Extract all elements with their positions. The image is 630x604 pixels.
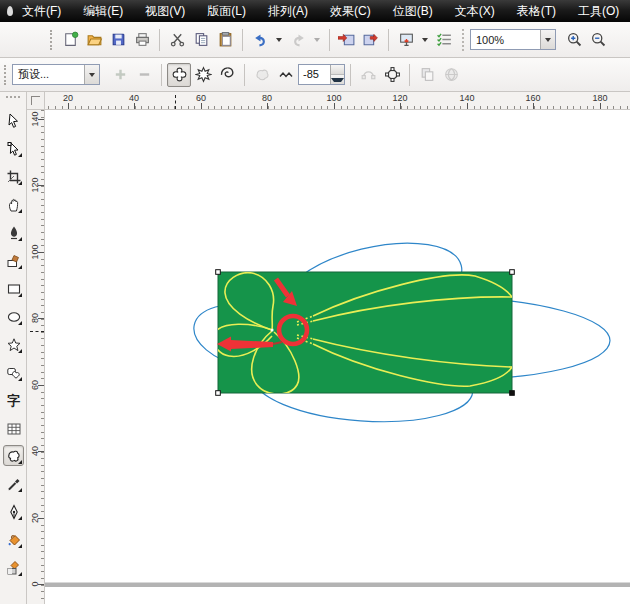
tool-ellipse[interactable] [3, 306, 24, 327]
toolbar-grip[interactable] [50, 30, 54, 50]
options-checklist-button[interactable] [432, 28, 456, 52]
menu-table[interactable]: 表格(T) [506, 0, 567, 23]
hruler-label: 180 [588, 93, 612, 103]
rectangle-shape[interactable] [218, 272, 512, 393]
tool-interactive-distortion[interactable] [3, 445, 24, 466]
import-button[interactable] [335, 28, 359, 52]
center-distortion-button[interactable] [380, 63, 404, 87]
zoom-in-button[interactable] [562, 28, 586, 52]
redo-dropdown[interactable] [310, 28, 324, 52]
new-document-button[interactable] [58, 28, 82, 52]
tool-interactive-fill[interactable] [3, 557, 24, 578]
canvas-artwork [45, 110, 630, 604]
spin-down-button[interactable] [331, 75, 344, 84]
tool-pan[interactable] [3, 194, 24, 215]
cut-button[interactable] [165, 28, 189, 52]
menu-bitmaps[interactable]: 位图(B) [382, 0, 444, 23]
hruler-tick [201, 103, 202, 109]
save-floppy-icon [110, 31, 127, 48]
tool-outline-pen[interactable] [3, 501, 24, 522]
hruler-tick [400, 103, 401, 109]
horizontal-ruler[interactable]: 20 40 60 80 100 120 140 160 180 [45, 92, 630, 110]
zoom-out-button[interactable] [586, 28, 610, 52]
copy-distortion-properties-button[interactable] [415, 63, 439, 87]
selection-handle-top-left[interactable] [216, 270, 221, 275]
zoom-level-value: 100% [471, 34, 540, 46]
tool-shape[interactable] [3, 138, 24, 159]
toolbar-separator [329, 29, 330, 51]
vruler-tick [38, 451, 44, 452]
open-button[interactable] [82, 28, 106, 52]
drawing-canvas[interactable] [45, 110, 630, 604]
menu-layout[interactable]: 版面(L) [196, 0, 257, 23]
redo-button[interactable] [286, 28, 310, 52]
hruler-tick [467, 103, 468, 109]
add-new-distortion-button[interactable] [250, 63, 274, 87]
delete-preset-button[interactable] [132, 63, 156, 87]
zipper-distortion-button[interactable] [191, 63, 215, 87]
preset-combo[interactable]: 预设... [12, 64, 100, 85]
tool-crop[interactable] [3, 166, 24, 187]
tool-rectangle[interactable] [3, 278, 24, 299]
launcher-dropdown[interactable] [418, 28, 432, 52]
print-button[interactable] [130, 28, 154, 52]
hruler-label: 140 [455, 93, 479, 103]
push-pull-distortion-button[interactable] [167, 63, 191, 87]
tool-freehand[interactable] [3, 222, 24, 243]
selection-handle-top-right[interactable] [510, 270, 515, 275]
menu-view[interactable]: 视图(V) [134, 0, 196, 23]
amplitude-value[interactable]: -85 [299, 65, 330, 84]
ruler-origin-corner[interactable] [27, 92, 45, 110]
menu-arrange[interactable]: 排列(A) [257, 0, 319, 23]
selection-handle-bottom-left[interactable] [216, 391, 221, 396]
save-button[interactable] [106, 28, 130, 52]
tool-table[interactable] [3, 418, 24, 439]
standard-toolbar: 100% [0, 22, 630, 58]
amplitude-spinner[interactable]: -85 [298, 64, 345, 85]
tool-basic-shapes[interactable] [3, 362, 24, 383]
zoom-combo-button[interactable] [540, 30, 555, 49]
menu-text[interactable]: 文本(X) [444, 0, 506, 23]
toolbar-group-grip[interactable] [462, 29, 464, 51]
undo-button[interactable] [248, 28, 272, 52]
twister-distortion-button[interactable] [215, 63, 239, 87]
zoom-level-combo[interactable]: 100% [470, 29, 556, 50]
tool-fill[interactable] [3, 529, 24, 550]
tool-eyedropper[interactable] [3, 473, 24, 494]
smooth-distortion-button[interactable] [356, 63, 380, 87]
flyout-indicator [18, 237, 22, 241]
cursor-position-marker-v [30, 331, 44, 332]
flyout-indicator [18, 209, 22, 213]
tool-smart-fill[interactable] [3, 250, 24, 271]
selection-handle-bottom-right[interactable] [510, 391, 515, 396]
hruler-label: 100 [322, 93, 346, 103]
convert-to-curves-button[interactable] [439, 63, 463, 87]
export-button[interactable] [359, 28, 383, 52]
propbar-grip[interactable] [4, 65, 8, 85]
zoom-in-icon [566, 31, 583, 48]
tool-text[interactable]: 字 [3, 390, 24, 411]
undo-dropdown[interactable] [272, 28, 286, 52]
menu-effects[interactable]: 效果(C) [319, 0, 382, 23]
add-preset-button[interactable] [108, 63, 132, 87]
add-distortion-icon [254, 66, 271, 83]
application-launcher-button[interactable] [394, 28, 418, 52]
tool-pick[interactable] [3, 110, 24, 131]
property-bar: 预设... [0, 58, 630, 92]
menu-file[interactable]: 文件(F) [11, 0, 72, 23]
hruler-tick [68, 103, 69, 109]
toolbox-grip[interactable] [6, 96, 20, 98]
paste-button[interactable] [213, 28, 237, 52]
vruler-tick [38, 119, 44, 120]
spin-up-button[interactable] [331, 65, 344, 75]
center-distortion-icon [384, 66, 401, 83]
menu-tools[interactable]: 工具(O) [567, 0, 630, 23]
open-folder-icon [86, 31, 103, 48]
vruler-tick [38, 385, 44, 386]
tool-polygon[interactable] [3, 334, 24, 355]
vertical-ruler[interactable]: 140 120 100 80 60 40 20 0 [27, 110, 45, 604]
copy-button[interactable] [189, 28, 213, 52]
menu-edit[interactable]: 编辑(E) [72, 0, 134, 23]
preset-combo-button[interactable] [84, 65, 99, 84]
hruler-label: 160 [521, 93, 545, 103]
